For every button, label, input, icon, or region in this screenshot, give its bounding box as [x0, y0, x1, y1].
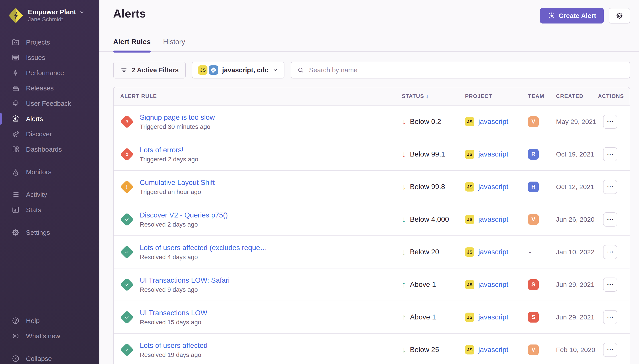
alert-rule-link[interactable]: Lots of errors! — [140, 146, 198, 154]
javascript-platform-icon: JS — [465, 182, 474, 192]
check-icon — [124, 216, 130, 222]
column-header-project[interactable]: PROJECT — [457, 93, 519, 99]
cell-status: ↓ Below 99.1 — [396, 150, 457, 158]
column-header-created[interactable]: CREATED — [545, 93, 597, 99]
sidebar-item-monitors[interactable]: Monitors — [0, 164, 99, 180]
cell-alert-rule: ! UI Transactions LOW: Safari Resolved 9… — [114, 276, 396, 293]
sidebar-item-issues[interactable]: Issues — [0, 50, 99, 65]
status-arrow-icon: ↑ — [402, 313, 406, 321]
status-arrow-icon: ↓ — [402, 150, 406, 158]
javascript-platform-icon: JS — [465, 150, 474, 159]
sidebar-item-alerts[interactable]: Alerts — [0, 111, 99, 126]
issues-icon — [12, 54, 20, 62]
severity-icon: ! — [120, 245, 134, 259]
alert-rule-link[interactable]: Lots of users affected — [140, 341, 207, 350]
sidebar-item-what-s-new[interactable]: What's new — [0, 328, 99, 344]
status-label: Above 1 — [410, 313, 436, 321]
cell-alert-rule: ! Lots of users affected (excludes reque… — [114, 243, 396, 261]
sidebar-item-help[interactable]: Help — [0, 313, 99, 328]
sidebar-item-label: Stats — [26, 206, 41, 214]
create-alert-button[interactable]: Create Alert — [540, 8, 604, 24]
project-link[interactable]: javascript — [478, 346, 508, 354]
sidebar-item-projects[interactable]: Projects — [0, 34, 99, 50]
sidebar-item-settings[interactable]: Settings — [0, 225, 99, 240]
sidebar-item-label: Dashboards — [26, 146, 62, 153]
status-label: Below 99.8 — [410, 183, 445, 191]
dashboards-icon — [12, 145, 20, 154]
cell-created: Oct 19, 2021 — [545, 150, 597, 158]
cell-status: ↓ Below 4,000 — [396, 215, 457, 224]
main-content: Alerts Create Alert Alert Rules History … — [99, 0, 639, 364]
project-link[interactable]: javascript — [478, 150, 508, 158]
alert-rule-link[interactable]: Lots of users affected (excludes reque… — [140, 243, 267, 252]
status-arrow-icon: ↓ — [402, 346, 406, 354]
ellipsis-icon: ••• — [606, 218, 614, 221]
alert-rule-link[interactable]: UI Transactions LOW — [140, 308, 207, 317]
sidebar-item-releases[interactable]: Releases — [0, 80, 99, 96]
status-arrow-icon: ↓ — [402, 215, 406, 224]
create-alert-label: Create Alert — [559, 12, 596, 20]
gear-icon — [615, 12, 623, 20]
cell-project: JS javascript — [457, 117, 519, 126]
javascript-platform-icon: JS — [465, 117, 474, 126]
alert-rule-link[interactable]: UI Transactions LOW: Safari — [140, 276, 230, 285]
row-actions-button[interactable]: ••• — [603, 212, 617, 226]
row-actions-button[interactable]: ••• — [603, 278, 617, 292]
row-actions-button[interactable]: ••• — [603, 147, 617, 162]
severity-icon: ! — [120, 278, 134, 291]
project-link[interactable]: javascript — [478, 248, 508, 256]
row-actions-button[interactable]: ••• — [603, 310, 617, 324]
row-actions-button[interactable]: ••• — [603, 180, 617, 194]
status-label: Below 25 — [410, 346, 439, 354]
row-actions-button[interactable]: ••• — [603, 245, 617, 259]
check-icon — [124, 249, 130, 255]
project-link[interactable]: javascript — [478, 280, 508, 289]
search-input[interactable] — [309, 66, 624, 74]
active-filters-button[interactable]: 2 Active Filters — [113, 62, 186, 78]
column-header-actions[interactable]: ACTIONS — [597, 93, 630, 99]
sidebar-item-collapse[interactable]: Collapse — [0, 351, 99, 364]
column-header-team[interactable]: TEAM — [519, 93, 545, 99]
alert-rule-link[interactable]: Discover V2 - Queries p75() — [140, 210, 228, 220]
project-link[interactable]: javascript — [478, 183, 508, 191]
sidebar-item-label: User Feedback — [26, 100, 71, 107]
sidebar-item-user-feedback[interactable]: User Feedback — [0, 96, 99, 111]
alert-rule-subtitle: Resolved 19 days ago — [140, 351, 207, 358]
row-actions-button[interactable]: ••• — [603, 343, 617, 357]
sidebar-item-performance[interactable]: Performance — [0, 65, 99, 80]
row-actions-button[interactable]: ••• — [603, 114, 617, 129]
settings-button[interactable] — [609, 8, 630, 24]
cell-status: ↓ Below 99.8 — [396, 183, 457, 191]
alert-rule-link[interactable]: Cumulative Layout Shift — [140, 178, 215, 187]
cell-created: Jun 26, 2020 — [545, 216, 597, 223]
cell-project: JS javascript — [457, 345, 519, 354]
cell-created: Oct 12, 2021 — [545, 183, 597, 191]
sidebar-item-label: Releases — [26, 84, 54, 92]
cell-status: ↑ Above 1 — [396, 280, 457, 289]
siren-icon — [548, 12, 555, 20]
team-badge: V — [528, 344, 539, 355]
javascript-platform-icon: JS — [465, 280, 474, 289]
sidebar-item-discover[interactable]: Discover — [0, 126, 99, 142]
alert-rule-subtitle: Resolved 9 days ago — [140, 286, 230, 293]
project-selector[interactable]: JS javascript, cdc — [192, 62, 284, 78]
column-header-rule[interactable]: ALERT RULE — [114, 93, 396, 99]
sidebar-item-stats[interactable]: Stats — [0, 202, 99, 218]
siren-icon — [12, 114, 20, 123]
column-header-status[interactable]: STATUS↓ — [396, 93, 457, 100]
cell-team: S — [519, 312, 545, 322]
cell-actions: ••• — [597, 212, 630, 226]
project-link[interactable]: javascript — [478, 215, 508, 224]
tab-alert-rules[interactable]: Alert Rules — [113, 37, 151, 52]
org-switcher[interactable]: Empower Plant Jane Schmidt — [0, 0, 99, 23]
alert-rule-link[interactable]: Signup page is too slow — [140, 113, 215, 122]
tab-history[interactable]: History — [163, 37, 185, 52]
javascript-platform-icon: JS — [465, 215, 474, 224]
project-link[interactable]: javascript — [478, 118, 508, 126]
sidebar-item-activity[interactable]: Activity — [0, 187, 99, 202]
sidebar-item-label: Discover — [26, 130, 52, 138]
sidebar-item-dashboards[interactable]: Dashboards — [0, 142, 99, 157]
severity-icon: ! — [120, 343, 134, 356]
exclamation-icon: ! — [126, 184, 128, 190]
project-link[interactable]: javascript — [478, 313, 508, 321]
